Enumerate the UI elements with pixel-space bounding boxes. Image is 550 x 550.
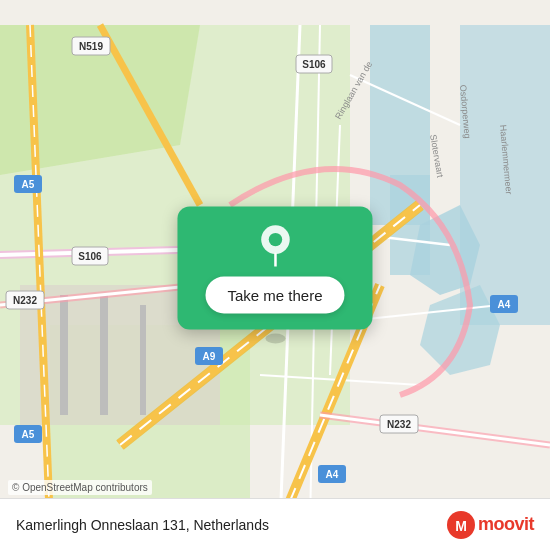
take-me-there-button[interactable]: Take me there <box>205 277 344 314</box>
svg-text:N232: N232 <box>387 419 411 430</box>
map-container: N519 N232 A5 A5 S106 A9 A9 A4 A4 S106 N2… <box>0 0 550 550</box>
svg-rect-9 <box>60 295 68 415</box>
card-shadow <box>265 334 285 344</box>
attribution: © OpenStreetMap contributors <box>8 480 152 495</box>
svg-rect-10 <box>100 295 108 415</box>
svg-rect-11 <box>140 305 146 415</box>
moovit-logo: M moovit <box>447 511 534 539</box>
moovit-logo-icon: M <box>447 511 475 539</box>
svg-text:S106: S106 <box>78 251 102 262</box>
location-text: Kamerlingh Onneslaan 131, Netherlands <box>16 517 269 533</box>
svg-text:A4: A4 <box>498 299 511 310</box>
svg-text:N519: N519 <box>79 41 103 52</box>
svg-point-60 <box>268 233 281 246</box>
svg-text:A5: A5 <box>22 179 35 190</box>
svg-text:Slotervaart: Slotervaart <box>428 134 445 179</box>
svg-text:A9: A9 <box>203 351 216 362</box>
attribution-text: © OpenStreetMap contributors <box>12 482 148 493</box>
location-pin-icon <box>254 225 296 267</box>
svg-text:A5: A5 <box>22 429 35 440</box>
green-card: Take me there <box>177 207 372 330</box>
svg-text:S106: S106 <box>302 59 326 70</box>
moovit-logo-text: moovit <box>478 514 534 535</box>
svg-text:M: M <box>455 518 467 534</box>
svg-text:N232: N232 <box>13 295 37 306</box>
bottom-bar: Kamerlingh Onneslaan 131, Netherlands M … <box>0 498 550 550</box>
svg-line-31 <box>320 415 550 445</box>
button-overlay: Take me there <box>177 207 372 344</box>
svg-text:A4: A4 <box>326 469 339 480</box>
